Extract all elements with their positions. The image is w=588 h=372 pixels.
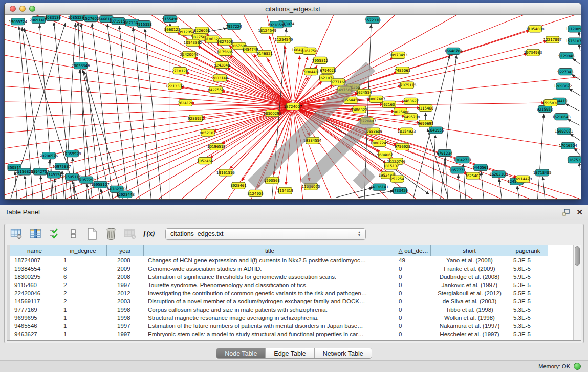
cell-year[interactable]: 1998 bbox=[107, 305, 144, 314]
cell-short[interactable]: Dudbridge et al. (2008) bbox=[431, 273, 508, 281]
cell-pagerank[interactable]: 5.3E-5 bbox=[508, 256, 548, 265]
cell-name[interactable]: 9777169 bbox=[10, 305, 59, 314]
table-row[interactable]: 911546021997Tourette syndrome. Phenomeno… bbox=[10, 281, 573, 289]
cell-year[interactable]: 1998 bbox=[107, 314, 144, 322]
column-header-title[interactable]: title bbox=[144, 245, 396, 256]
table-row[interactable]: 1830029562008Estimation of significance … bbox=[10, 273, 573, 281]
cell-in_degree[interactable]: 2 bbox=[59, 281, 107, 289]
table-row[interactable]: 969969511998Structural magnetic resonanc… bbox=[10, 314, 573, 322]
cell-pagerank[interactable]: 5.3E-5 bbox=[508, 322, 548, 330]
cell-in_degree[interactable]: 1 bbox=[59, 314, 107, 322]
column-header-name[interactable]: name bbox=[10, 245, 59, 256]
cell-year[interactable]: 2008 bbox=[107, 256, 144, 265]
cell-pagerank[interactable]: 5.3E-5 bbox=[508, 305, 548, 314]
cell-out_de[interactable]: 49 bbox=[396, 256, 431, 265]
cell-title[interactable]: Genome-wide association studies in ADHD. bbox=[144, 265, 396, 273]
cell-title[interactable]: Tourette syndrome. Phenomenology and cla… bbox=[144, 281, 396, 289]
table-mode-icon[interactable] bbox=[10, 227, 23, 240]
table-row[interactable]: 1456911722003Disruption of a novel membe… bbox=[10, 297, 573, 305]
close-panel-icon[interactable]: ✕ bbox=[576, 208, 583, 216]
table-row[interactable]: 1872400712008Changes of HCN gene express… bbox=[10, 256, 573, 265]
function-builder-icon[interactable]: ƒ(x) bbox=[142, 227, 156, 240]
cell-in_degree[interactable]: 2 bbox=[59, 297, 107, 305]
cell-year[interactable]: 1997 bbox=[107, 322, 144, 330]
cell-year[interactable]: 1997 bbox=[107, 281, 144, 289]
cell-in_degree[interactable]: 6 bbox=[59, 265, 107, 273]
cell-in_degree[interactable]: 1 bbox=[59, 322, 107, 330]
cell-short[interactable]: Hescheler et al. (1997) bbox=[431, 330, 508, 338]
table-row[interactable]: 946362711997Embryonic stem cells: a mode… bbox=[10, 330, 573, 338]
cell-title[interactable]: Disruption of a novel member of a sodium… bbox=[144, 297, 396, 305]
cell-title[interactable]: Estimation of significance thresholds fo… bbox=[144, 273, 396, 281]
cell-pagerank[interactable]: 5.3E-5 bbox=[508, 281, 548, 289]
cell-year[interactable]: 1997 bbox=[107, 330, 144, 338]
column-header-in_degree[interactable]: in_degree bbox=[59, 245, 107, 256]
cell-year[interactable]: 2008 bbox=[107, 273, 144, 281]
cell-name[interactable]: 19384554 bbox=[10, 265, 59, 273]
cell-year[interactable]: 2003 bbox=[107, 297, 144, 305]
cell-year[interactable]: 2009 bbox=[107, 265, 144, 273]
cell-name[interactable]: 9115460 bbox=[10, 281, 59, 289]
select-rows-icon[interactable] bbox=[48, 227, 61, 240]
table-selector-dropdown[interactable]: citations_edges.txt ▲▼ bbox=[165, 228, 366, 240]
cell-short[interactable]: Wolkin et al. (1998) bbox=[431, 314, 508, 322]
show-columns-icon[interactable] bbox=[29, 227, 42, 240]
cell-in_degree[interactable]: 2 bbox=[59, 289, 107, 297]
cell-pagerank[interactable]: 5.3E-5 bbox=[508, 297, 548, 305]
cell-name[interactable]: 18300295 bbox=[10, 273, 59, 281]
window-titlebar[interactable]: citations_edges.txt bbox=[5, 3, 581, 15]
delete-table-icon[interactable] bbox=[123, 227, 137, 240]
network-canvas[interactable]: 1905572420691406208313610853287152760264… bbox=[5, 15, 581, 199]
cell-name[interactable]: 22420046 bbox=[10, 289, 59, 297]
cell-out_de[interactable]: 0 bbox=[396, 305, 431, 314]
cell-short[interactable]: Tibbo et al. (1998) bbox=[431, 305, 508, 314]
cell-name[interactable]: 18724007 bbox=[10, 256, 59, 265]
cell-title[interactable]: Estimation of the future numbers of pati… bbox=[144, 322, 396, 330]
tab-network-table[interactable]: Network Table bbox=[315, 348, 372, 358]
row-merge-icon[interactable] bbox=[67, 227, 80, 240]
cell-out_de[interactable]: 0 bbox=[396, 314, 431, 322]
float-window-icon[interactable] bbox=[562, 209, 570, 216]
cell-title[interactable]: Changes of HCN gene expression and I(f) … bbox=[144, 256, 396, 265]
cell-short[interactable]: Franke et al. (2009) bbox=[431, 265, 508, 273]
cell-name[interactable]: 9465546 bbox=[10, 322, 59, 330]
cell-pagerank[interactable]: 5.6E-5 bbox=[508, 265, 548, 273]
cell-name[interactable]: 9699695 bbox=[10, 314, 59, 322]
table-row[interactable]: 2242004622012Investigating the contribut… bbox=[10, 289, 573, 297]
cell-pagerank[interactable]: 5.5E-5 bbox=[508, 289, 548, 297]
cell-name[interactable]: 14569117 bbox=[10, 297, 59, 305]
column-header-short[interactable]: short bbox=[431, 245, 508, 256]
tab-node-table[interactable]: Node Table bbox=[216, 348, 266, 358]
new-column-icon[interactable] bbox=[85, 227, 99, 240]
cell-out_de[interactable]: 0 bbox=[396, 322, 431, 330]
cell-in_degree[interactable]: 6 bbox=[59, 273, 107, 281]
delete-column-icon[interactable] bbox=[104, 227, 118, 240]
cell-out_de[interactable]: 0 bbox=[396, 273, 431, 281]
cell-short[interactable]: Jankovic et al. (1997) bbox=[431, 281, 508, 289]
cell-title[interactable]: Corpus callosum shape and size in male p… bbox=[144, 305, 396, 314]
cell-short[interactable]: Nakamura et al. (1997) bbox=[431, 322, 508, 330]
column-header-out_de[interactable]: △ out_de… bbox=[396, 245, 431, 256]
scrollbar-thumb[interactable] bbox=[575, 246, 580, 266]
cell-out_de[interactable]: 0 bbox=[396, 289, 431, 297]
vertical-scrollbar[interactable] bbox=[573, 245, 581, 340]
cell-pagerank[interactable]: 5.3E-5 bbox=[508, 314, 548, 322]
cell-in_degree[interactable]: 1 bbox=[59, 305, 107, 314]
cell-pagerank[interactable]: 5.3E-5 bbox=[508, 330, 548, 338]
cell-title[interactable]: Investigating the contribution of common… bbox=[144, 289, 396, 297]
cell-short[interactable]: de Silva et al. (2003) bbox=[431, 297, 508, 305]
cell-short[interactable]: Stergiakouli et al. (2012) bbox=[431, 289, 508, 297]
table-row[interactable]: 977716911998Corpus callosum shape and si… bbox=[10, 305, 573, 314]
cell-short[interactable]: Yano et al. (2008) bbox=[431, 256, 508, 265]
column-header-pagerank[interactable]: pagerank bbox=[508, 245, 548, 256]
cell-out_de[interactable]: 0 bbox=[396, 281, 431, 289]
table-row[interactable]: 1938455462009Genome-wide association stu… bbox=[10, 265, 573, 273]
cell-out_de[interactable]: 0 bbox=[396, 265, 431, 273]
cell-name[interactable]: 9463627 bbox=[10, 330, 59, 338]
cell-title[interactable]: Structural magnetic resonance image aver… bbox=[144, 314, 396, 322]
table-row[interactable]: 946554611997Estimation of the future num… bbox=[10, 322, 573, 330]
resize-grip[interactable] bbox=[5, 15, 580, 198]
tab-edge-table[interactable]: Edge Table bbox=[266, 348, 314, 358]
cell-year[interactable]: 2012 bbox=[107, 289, 144, 297]
cell-out_de[interactable]: 0 bbox=[396, 297, 431, 305]
